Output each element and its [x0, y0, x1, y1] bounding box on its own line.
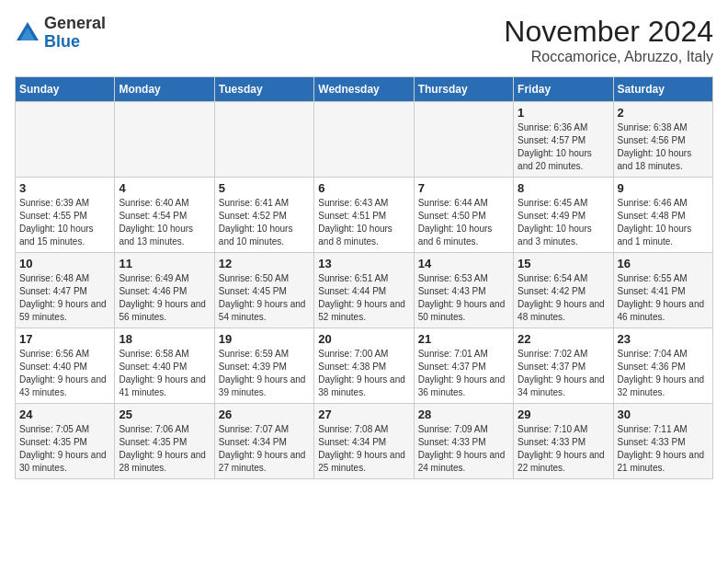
calendar-cell [214, 102, 313, 178]
day-number: 1 [518, 106, 609, 120]
day-number: 21 [418, 332, 509, 346]
day-info: Sunrise: 6:51 AM Sunset: 4:44 PM Dayligh… [318, 272, 409, 324]
day-number: 3 [19, 181, 110, 195]
calendar-cell: 7Sunrise: 6:44 AM Sunset: 4:50 PM Daylig… [414, 178, 513, 253]
calendar-cell: 10Sunrise: 6:48 AM Sunset: 4:47 PM Dayli… [16, 253, 115, 328]
calendar-cell: 20Sunrise: 7:00 AM Sunset: 4:38 PM Dayli… [314, 328, 414, 404]
logo-general-text: General [44, 14, 106, 32]
calendar-cell: 24Sunrise: 7:05 AM Sunset: 4:35 PM Dayli… [16, 404, 115, 479]
day-number: 5 [219, 181, 310, 195]
day-info: Sunrise: 7:04 AM Sunset: 4:36 PM Dayligh… [618, 348, 709, 399]
day-info: Sunrise: 7:07 AM Sunset: 4:34 PM Dayligh… [219, 423, 310, 475]
day-of-week-header: Sunday [16, 77, 115, 102]
calendar-week-row: 3Sunrise: 6:39 AM Sunset: 4:55 PM Daylig… [16, 178, 713, 253]
day-number: 2 [618, 106, 709, 120]
day-number: 20 [318, 332, 409, 346]
day-number: 24 [19, 408, 110, 421]
calendar-cell: 8Sunrise: 6:45 AM Sunset: 4:49 PM Daylig… [514, 178, 613, 253]
day-info: Sunrise: 7:11 AM Sunset: 4:33 PM Dayligh… [618, 423, 709, 475]
calendar-cell: 22Sunrise: 7:02 AM Sunset: 4:37 PM Dayli… [514, 328, 613, 404]
calendar-cell: 17Sunrise: 6:56 AM Sunset: 4:40 PM Dayli… [16, 328, 115, 404]
calendar-cell: 26Sunrise: 7:07 AM Sunset: 4:34 PM Dayli… [214, 404, 313, 479]
day-of-week-header: Wednesday [314, 77, 414, 102]
calendar-cell: 18Sunrise: 6:58 AM Sunset: 4:40 PM Dayli… [115, 328, 214, 404]
day-number: 10 [19, 257, 110, 270]
day-number: 17 [19, 332, 110, 346]
day-number: 14 [418, 257, 509, 270]
day-number: 4 [119, 181, 210, 195]
day-info: Sunrise: 6:56 AM Sunset: 4:40 PM Dayligh… [19, 348, 110, 399]
calendar-cell: 6Sunrise: 6:43 AM Sunset: 4:51 PM Daylig… [314, 178, 414, 253]
day-info: Sunrise: 6:54 AM Sunset: 4:42 PM Dayligh… [518, 272, 609, 324]
day-number: 15 [518, 257, 609, 270]
calendar-cell: 30Sunrise: 7:11 AM Sunset: 4:33 PM Dayli… [613, 404, 712, 479]
calendar-cell [414, 102, 513, 178]
calendar-cell: 16Sunrise: 6:55 AM Sunset: 4:41 PM Dayli… [613, 253, 712, 328]
day-info: Sunrise: 6:43 AM Sunset: 4:51 PM Dayligh… [318, 197, 409, 248]
page-header: General Blue November 2024 Roccamorice, … [15, 15, 713, 65]
day-info: Sunrise: 7:05 AM Sunset: 4:35 PM Dayligh… [19, 423, 110, 475]
day-info: Sunrise: 7:08 AM Sunset: 4:34 PM Dayligh… [318, 423, 409, 475]
calendar-cell: 15Sunrise: 6:54 AM Sunset: 4:42 PM Dayli… [514, 253, 613, 328]
day-number: 9 [618, 181, 709, 195]
day-number: 28 [418, 408, 509, 421]
calendar-cell: 2Sunrise: 6:38 AM Sunset: 4:56 PM Daylig… [613, 102, 712, 178]
calendar-cell: 3Sunrise: 6:39 AM Sunset: 4:55 PM Daylig… [16, 178, 115, 253]
calendar-cell: 1Sunrise: 6:36 AM Sunset: 4:57 PM Daylig… [514, 102, 613, 178]
day-of-week-header: Saturday [613, 77, 712, 102]
day-number: 23 [618, 332, 709, 346]
day-info: Sunrise: 7:01 AM Sunset: 4:37 PM Dayligh… [418, 348, 509, 399]
day-info: Sunrise: 7:10 AM Sunset: 4:33 PM Dayligh… [518, 423, 609, 475]
logo-icon [15, 20, 40, 46]
calendar-cell [16, 102, 115, 178]
day-number: 30 [618, 408, 709, 421]
day-info: Sunrise: 6:46 AM Sunset: 4:48 PM Dayligh… [618, 197, 709, 248]
day-info: Sunrise: 6:59 AM Sunset: 4:39 PM Dayligh… [219, 348, 310, 399]
calendar-table: SundayMondayTuesdayWednesdayThursdayFrid… [15, 76, 713, 479]
calendar-header-row: SundayMondayTuesdayWednesdayThursdayFrid… [16, 77, 713, 102]
day-info: Sunrise: 6:38 AM Sunset: 4:56 PM Dayligh… [618, 121, 709, 173]
day-number: 12 [219, 257, 310, 270]
day-info: Sunrise: 6:53 AM Sunset: 4:43 PM Dayligh… [418, 272, 509, 324]
day-number: 22 [518, 332, 609, 346]
day-number: 13 [318, 257, 409, 270]
calendar-cell: 13Sunrise: 6:51 AM Sunset: 4:44 PM Dayli… [314, 253, 414, 328]
title-block: November 2024 Roccamorice, Abruzzo, Ital… [504, 15, 713, 65]
calendar-cell: 12Sunrise: 6:50 AM Sunset: 4:45 PM Dayli… [214, 253, 313, 328]
calendar-cell: 23Sunrise: 7:04 AM Sunset: 4:36 PM Dayli… [613, 328, 712, 404]
day-of-week-header: Monday [115, 77, 214, 102]
calendar-cell: 11Sunrise: 6:49 AM Sunset: 4:46 PM Dayli… [115, 253, 214, 328]
day-number: 7 [418, 181, 509, 195]
day-info: Sunrise: 6:40 AM Sunset: 4:54 PM Dayligh… [119, 197, 210, 248]
day-info: Sunrise: 6:48 AM Sunset: 4:47 PM Dayligh… [19, 272, 110, 324]
calendar-cell: 29Sunrise: 7:10 AM Sunset: 4:33 PM Dayli… [514, 404, 613, 479]
calendar-cell: 4Sunrise: 6:40 AM Sunset: 4:54 PM Daylig… [115, 178, 214, 253]
day-info: Sunrise: 7:00 AM Sunset: 4:38 PM Dayligh… [318, 348, 409, 399]
calendar-cell: 19Sunrise: 6:59 AM Sunset: 4:39 PM Dayli… [214, 328, 313, 404]
day-info: Sunrise: 7:09 AM Sunset: 4:33 PM Dayligh… [418, 423, 509, 475]
day-number: 26 [219, 408, 310, 421]
day-info: Sunrise: 7:02 AM Sunset: 4:37 PM Dayligh… [518, 348, 609, 399]
calendar-week-row: 24Sunrise: 7:05 AM Sunset: 4:35 PM Dayli… [16, 404, 713, 479]
day-info: Sunrise: 6:45 AM Sunset: 4:49 PM Dayligh… [518, 197, 609, 248]
location-title: Roccamorice, Abruzzo, Italy [504, 49, 713, 65]
calendar-week-row: 10Sunrise: 6:48 AM Sunset: 4:47 PM Dayli… [16, 253, 713, 328]
calendar-cell: 9Sunrise: 6:46 AM Sunset: 4:48 PM Daylig… [613, 178, 712, 253]
day-info: Sunrise: 6:44 AM Sunset: 4:50 PM Dayligh… [418, 197, 509, 248]
day-number: 11 [119, 257, 210, 270]
day-number: 25 [119, 408, 210, 421]
calendar-cell [115, 102, 214, 178]
calendar-cell: 14Sunrise: 6:53 AM Sunset: 4:43 PM Dayli… [414, 253, 513, 328]
calendar-cell: 27Sunrise: 7:08 AM Sunset: 4:34 PM Dayli… [314, 404, 414, 479]
day-number: 19 [219, 332, 310, 346]
logo: General Blue [15, 15, 106, 52]
day-info: Sunrise: 6:58 AM Sunset: 4:40 PM Dayligh… [119, 348, 210, 399]
day-of-week-header: Tuesday [214, 77, 313, 102]
day-number: 18 [119, 332, 210, 346]
day-of-week-header: Thursday [414, 77, 513, 102]
day-info: Sunrise: 6:55 AM Sunset: 4:41 PM Dayligh… [618, 272, 709, 324]
day-info: Sunrise: 6:39 AM Sunset: 4:55 PM Dayligh… [19, 197, 110, 248]
calendar-cell: 28Sunrise: 7:09 AM Sunset: 4:33 PM Dayli… [414, 404, 513, 479]
day-info: Sunrise: 6:50 AM Sunset: 4:45 PM Dayligh… [219, 272, 310, 324]
day-of-week-header: Friday [514, 77, 613, 102]
